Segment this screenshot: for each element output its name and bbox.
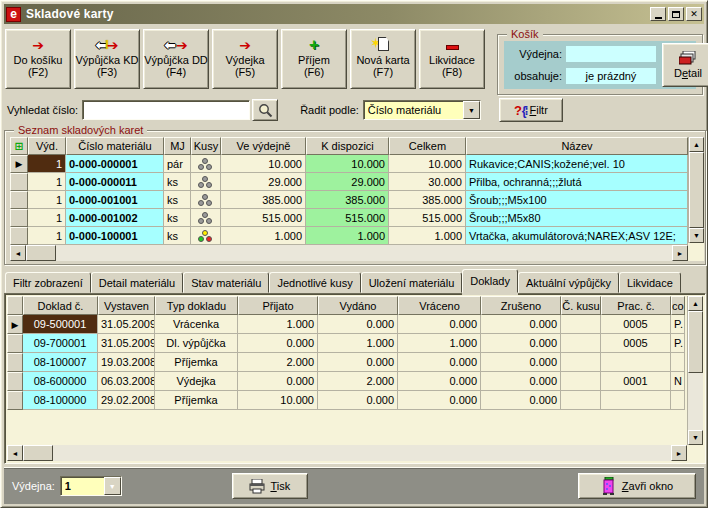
- minus-red-icon: [446, 36, 459, 54]
- cell-typ: Příjemka: [155, 353, 238, 372]
- cell-nazev: Šroub;;;M5x100: [466, 191, 688, 209]
- col-header-vraceno[interactable]: Vráceno: [398, 296, 481, 315]
- table-row[interactable]: 1 0-000-001001 ks 385.000 385.000 385.00…: [10, 191, 704, 209]
- loan-kd-arrows-icon: ⬅I➔: [96, 36, 119, 54]
- table-row[interactable]: ▶ 1 0-000-000001 pár 10.000 10.000 10.00…: [10, 155, 704, 173]
- table-row[interactable]: 08-600000 06.03.2008 Výdejka 0.000 2.000…: [7, 372, 703, 391]
- detail-button[interactable]: Detail: [662, 43, 708, 87]
- col-header-typ[interactable]: Typ dokladu: [155, 296, 238, 315]
- scroll-right-icon[interactable]: ►: [672, 245, 688, 261]
- col-header-vydano[interactable]: Vydáno: [318, 296, 398, 315]
- search-button[interactable]: [252, 99, 278, 121]
- scroll-up-icon[interactable]: ▲: [689, 137, 704, 152]
- table-row[interactable]: 1 0-000-000011 ks 29.000 29.000 30.000 P…: [10, 173, 704, 191]
- tab-ulozeni-materialu[interactable]: Uložení materiálu: [361, 272, 463, 293]
- basket-group-title: Košík: [507, 28, 543, 40]
- cell-doklad: 09-700001: [23, 334, 98, 353]
- col-header-kusy[interactable]: Kusy: [191, 137, 221, 155]
- vydejka-button[interactable]: ➔ Výdejka (F5): [212, 29, 278, 89]
- basket-vydejna-field[interactable]: [566, 46, 656, 62]
- search-label: Vyhledat číslo:: [7, 104, 78, 116]
- table-row[interactable]: 1 0-000-001002 ks 515.000 515.000 515.00…: [10, 209, 704, 227]
- cell-cislo: 0-000-001002: [66, 209, 164, 227]
- cell-k-dispozici: 10.000: [306, 155, 389, 173]
- col-header-mj[interactable]: MJ: [164, 137, 191, 155]
- chevron-down-icon[interactable]: ▼: [104, 477, 121, 495]
- col-header-osoba[interactable]: co: [671, 296, 685, 315]
- cell-osoba: [671, 391, 685, 410]
- cell-doklad: 08-100000: [23, 391, 98, 410]
- table-row[interactable]: 08-100007 19.03.2008 Příjemka 2.000 0.00…: [7, 353, 703, 372]
- scrollbar-thumb[interactable]: [688, 311, 703, 373]
- col-header-k-dispozici[interactable]: K dispozici: [306, 137, 389, 155]
- pieces-status-icon: [197, 176, 214, 188]
- close-button[interactable]: ✕: [686, 7, 702, 21]
- tab-filtr-zobrazeni[interactable]: Filtr zobrazení: [5, 272, 91, 293]
- cell-vydano: 2.000: [318, 372, 398, 391]
- sort-combobox[interactable]: Číslo materiálu ▼: [363, 100, 481, 120]
- tab-aktualni-vypujcky[interactable]: Aktuální výpůjčky: [518, 272, 619, 293]
- scroll-up-icon[interactable]: ▲: [688, 296, 703, 311]
- col-header-ve-vydejne[interactable]: Ve výdejně: [221, 137, 306, 155]
- col-header-vyd[interactable]: Výd.: [28, 137, 66, 155]
- prijem-button[interactable]: + Příjem (F6): [281, 29, 347, 89]
- scroll-right-icon[interactable]: ►: [671, 445, 687, 461]
- cell-nazev: Rukavice;CANIS;kožené;vel. 10: [466, 155, 688, 173]
- print-button[interactable]: Tisk: [232, 473, 308, 499]
- table-row[interactable]: 08-100000 29.02.2008 Příjemka 10.000 0.0…: [7, 391, 703, 410]
- vydejna-combobox[interactable]: 1 ▼: [60, 476, 122, 496]
- scroll-down-icon[interactable]: ▼: [689, 228, 704, 243]
- cell-osoba: [671, 353, 685, 372]
- scroll-left-icon[interactable]: ◄: [10, 245, 26, 261]
- scrollbar-thumb[interactable]: [689, 152, 704, 228]
- nova-karta-button[interactable]: ✶ Nová karta (F7): [350, 29, 416, 89]
- col-header-zruseno[interactable]: Zrušeno: [481, 296, 561, 315]
- chevron-down-icon[interactable]: ▼: [463, 101, 480, 119]
- tab-likvidace[interactable]: Likvidace: [619, 272, 681, 293]
- table-row[interactable]: ▶ 09-500001 31.05.2009 Vrácenka 1.000 0.…: [7, 315, 703, 334]
- col-header-doklad[interactable]: Doklad č.: [23, 296, 98, 315]
- tab-doklady[interactable]: Doklady: [462, 269, 518, 293]
- cell-ve-vydejne: 515.000: [221, 209, 306, 227]
- scroll-down-icon[interactable]: ▼: [688, 430, 703, 445]
- cell-celkem: 30.000: [389, 173, 466, 191]
- button-label: Do košíku: [14, 54, 63, 66]
- tab-stav-materialu[interactable]: Stav materiálu: [183, 272, 269, 293]
- col-header-prac-c[interactable]: Prac. č.: [601, 296, 671, 315]
- col-header-c-kusu[interactable]: Č. kusu: [561, 296, 601, 315]
- likvidace-button[interactable]: Likvidace (F8): [419, 29, 485, 89]
- cell-kusy: [191, 227, 221, 245]
- col-header-nazev[interactable]: Název: [466, 137, 688, 155]
- minimize-button[interactable]: [650, 7, 666, 21]
- search-input[interactable]: [82, 100, 250, 120]
- table-row[interactable]: 1 0-000-100001 ks 1.000 1.000 1.000 Vrta…: [10, 227, 704, 245]
- close-window-button[interactable]: Zavři okno: [578, 473, 696, 499]
- button-hotkey: (F3): [97, 66, 117, 78]
- cell-mj: ks: [164, 173, 191, 191]
- docs-vertical-scrollbar[interactable]: ▲ ▼: [687, 296, 703, 445]
- vydejna-value: 1: [61, 480, 104, 492]
- vypujcka-dd-button[interactable]: ⬅➔ Výpůjčka DD (F4): [143, 29, 209, 89]
- cards-table: ⊞ Výd. Číslo materiálu MJ Kusy Ve výdejn…: [10, 137, 704, 261]
- vypujcka-kd-button[interactable]: ⬅I➔ Výpůjčka KD (F3): [74, 29, 140, 89]
- col-header-cislo[interactable]: Číslo materiálu: [66, 137, 164, 155]
- cell-k-dispozici: 385.000: [306, 191, 389, 209]
- tab-detail-materialu[interactable]: Detail materiálu: [91, 272, 183, 293]
- table-row[interactable]: 09-700001 31.05.2009 Dl. výpůjčka 0.000 …: [7, 334, 703, 353]
- cards-vertical-scrollbar[interactable]: ▲ ▼: [688, 137, 704, 243]
- do-kosiku-button[interactable]: ➔ Do košíku (F2): [5, 29, 71, 89]
- filter-button[interactable]: ?{⁞ Filtr: [499, 98, 563, 122]
- tab-jednotlive-kusy[interactable]: Jednotlivé kusy: [269, 272, 360, 293]
- col-header-prijato[interactable]: Přijato: [238, 296, 318, 315]
- cards-horizontal-scrollbar[interactable]: ◄ ►: [10, 245, 688, 261]
- maximize-button[interactable]: [668, 7, 684, 21]
- scrollbar-thumb[interactable]: [26, 245, 56, 261]
- scroll-left-icon[interactable]: ◄: [7, 445, 23, 461]
- scrollbar-thumb[interactable]: [23, 445, 53, 461]
- col-header-celkem[interactable]: Celkem: [389, 137, 466, 155]
- docs-horizontal-scrollbar[interactable]: ◄ ►: [7, 445, 687, 461]
- cell-c-kusu: [561, 353, 601, 372]
- cell-kusy: [191, 173, 221, 191]
- col-header-vystaven[interactable]: Vystaven: [98, 296, 155, 315]
- insert-row-button[interactable]: ⊞: [10, 137, 28, 155]
